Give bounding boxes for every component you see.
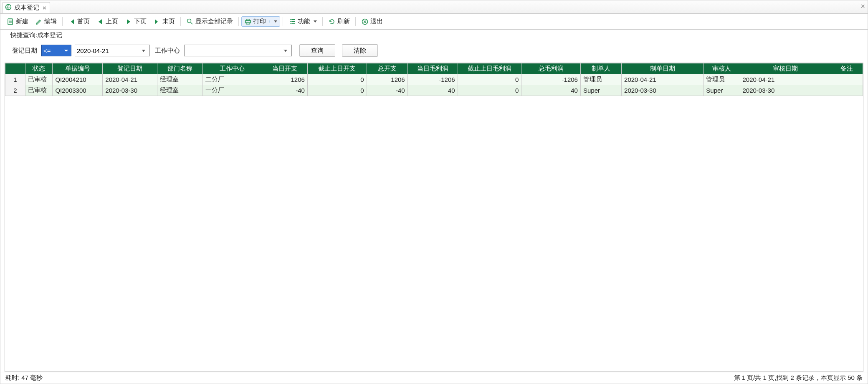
prev-page-button[interactable]: 上页 xyxy=(94,16,121,27)
show-all-button[interactable]: 显示全部记录 xyxy=(183,16,236,27)
col-totexp[interactable]: 总开支 xyxy=(367,63,407,74)
toolbar: 新建 编辑 首页 上页 下页 xyxy=(0,14,868,30)
cell[interactable]: 1206 xyxy=(367,74,407,85)
cell[interactable] xyxy=(831,74,863,85)
first-label: 首页 xyxy=(77,18,90,25)
print-icon xyxy=(244,18,252,25)
col-maker[interactable]: 制单人 xyxy=(580,63,621,74)
cell[interactable]: 1 xyxy=(5,74,25,85)
query-button[interactable]: 查询 xyxy=(299,44,335,57)
cell[interactable]: 管理员 xyxy=(580,74,621,85)
edit-icon xyxy=(35,18,43,25)
prev-icon xyxy=(96,18,104,25)
print-dropdown[interactable] xyxy=(269,20,277,23)
cell[interactable]: 二分厂 xyxy=(203,74,262,85)
refresh-icon xyxy=(328,18,336,25)
cell[interactable]: Super xyxy=(580,85,621,96)
cell[interactable]: 1206 xyxy=(262,74,307,85)
separator xyxy=(355,17,356,26)
workcenter-label: 工作中心 xyxy=(155,47,180,55)
col-dayexp[interactable]: 当日开支 xyxy=(262,63,307,74)
search-icon xyxy=(186,18,194,25)
print-button[interactable]: 打印 xyxy=(241,16,280,27)
separator xyxy=(62,17,63,26)
cell[interactable]: 40 xyxy=(407,85,458,96)
col-rownum[interactable] xyxy=(5,63,25,74)
last-icon xyxy=(153,18,161,25)
date-label: 登记日期 xyxy=(12,47,37,55)
grid-header-row: 状态 单据编号 登记日期 部门名称 工作中心 当日开支 截止上日开支 总开支 当… xyxy=(5,63,863,74)
new-label: 新建 xyxy=(16,18,28,25)
tab-label: 成本登记 xyxy=(14,4,39,12)
cell[interactable]: -1206 xyxy=(407,74,458,85)
cell[interactable]: 2020-03-30 xyxy=(103,85,157,96)
cell[interactable]: 经理室 xyxy=(157,85,203,96)
chevron-down-icon xyxy=(274,20,277,23)
cell[interactable]: 一分厂 xyxy=(203,85,262,96)
separator xyxy=(283,17,283,26)
col-date[interactable]: 登记日期 xyxy=(103,63,157,74)
cell[interactable]: -40 xyxy=(367,85,407,96)
cell[interactable]: 0 xyxy=(307,74,367,85)
date-input[interactable] xyxy=(75,45,150,56)
cell[interactable]: 2020-03-30 xyxy=(740,85,831,96)
cell[interactable]: 0 xyxy=(458,74,521,85)
edit-button[interactable]: 编辑 xyxy=(32,16,60,27)
cell[interactable] xyxy=(831,85,863,96)
col-wc[interactable]: 工作中心 xyxy=(203,63,262,74)
exit-button[interactable]: 退出 xyxy=(358,16,386,27)
tab-bar: 成本登记 × × xyxy=(0,0,868,14)
col-totprof[interactable]: 总毛利润 xyxy=(521,63,581,74)
exit-label: 退出 xyxy=(370,18,383,25)
svg-rect-4 xyxy=(246,19,250,20)
cell[interactable]: QI2004210 xyxy=(53,74,103,85)
close-icon[interactable]: × xyxy=(43,4,46,11)
edit-label: 编辑 xyxy=(44,18,57,25)
cell[interactable]: 2020-03-30 xyxy=(622,85,704,96)
cell[interactable]: 40 xyxy=(521,85,581,96)
cell[interactable]: 已审核 xyxy=(25,85,52,96)
col-billno[interactable]: 单据编号 xyxy=(53,63,103,74)
col-adate[interactable]: 审核日期 xyxy=(740,63,831,74)
col-remark[interactable]: 备注 xyxy=(831,63,863,74)
cell[interactable]: 已审核 xyxy=(25,74,52,85)
cell[interactable]: 2 xyxy=(5,85,25,96)
cell[interactable]: 0 xyxy=(307,85,367,96)
workcenter-select[interactable] xyxy=(184,45,292,56)
cell[interactable]: 0 xyxy=(458,85,521,96)
cell[interactable]: Super xyxy=(704,85,740,96)
cell[interactable]: 2020-04-21 xyxy=(103,74,157,85)
next-page-button[interactable]: 下页 xyxy=(122,16,149,27)
col-dept[interactable]: 部门名称 xyxy=(157,63,203,74)
exit-icon xyxy=(361,18,369,25)
cell[interactable]: QI2003300 xyxy=(53,85,103,96)
col-status[interactable]: 状态 xyxy=(25,63,52,74)
first-page-button[interactable]: 首页 xyxy=(65,16,93,27)
col-prevexp[interactable]: 截止上日开支 xyxy=(307,63,367,74)
operator-select[interactable]: <= xyxy=(41,45,71,56)
clear-button[interactable]: 清除 xyxy=(342,44,378,57)
cell[interactable]: 经理室 xyxy=(157,74,203,85)
first-icon xyxy=(68,18,76,25)
col-prevprof[interactable]: 截止上日毛利润 xyxy=(458,63,521,74)
cell[interactable]: -40 xyxy=(262,85,307,96)
table-row[interactable]: 2已审核QI20033002020-03-30经理室一分厂-400-404004… xyxy=(5,85,863,96)
col-auditor[interactable]: 审核人 xyxy=(704,63,740,74)
col-mdate[interactable]: 制单日期 xyxy=(622,63,704,74)
cell[interactable]: -1206 xyxy=(521,74,581,85)
function-button[interactable]: 功能 xyxy=(286,16,320,27)
list-icon xyxy=(288,18,296,25)
close-icon[interactable]: × xyxy=(860,2,865,11)
new-button[interactable]: 新建 xyxy=(4,16,31,27)
last-page-button[interactable]: 末页 xyxy=(150,16,178,27)
separator xyxy=(322,17,323,26)
status-elapsed: 耗时: 47 毫秒 xyxy=(5,374,43,382)
col-dayprof[interactable]: 当日毛利润 xyxy=(407,63,458,74)
tab-cost-register[interactable]: 成本登记 × xyxy=(2,2,50,13)
table-row[interactable]: 1已审核QI20042102020-04-21经理室二分厂120601206-1… xyxy=(5,74,863,85)
cell[interactable]: 管理员 xyxy=(704,74,740,85)
data-grid[interactable]: 状态 单据编号 登记日期 部门名称 工作中心 当日开支 截止上日开支 总开支 当… xyxy=(5,63,863,372)
cell[interactable]: 2020-04-21 xyxy=(622,74,704,85)
cell[interactable]: 2020-04-21 xyxy=(740,74,831,85)
refresh-button[interactable]: 刷新 xyxy=(325,16,353,27)
